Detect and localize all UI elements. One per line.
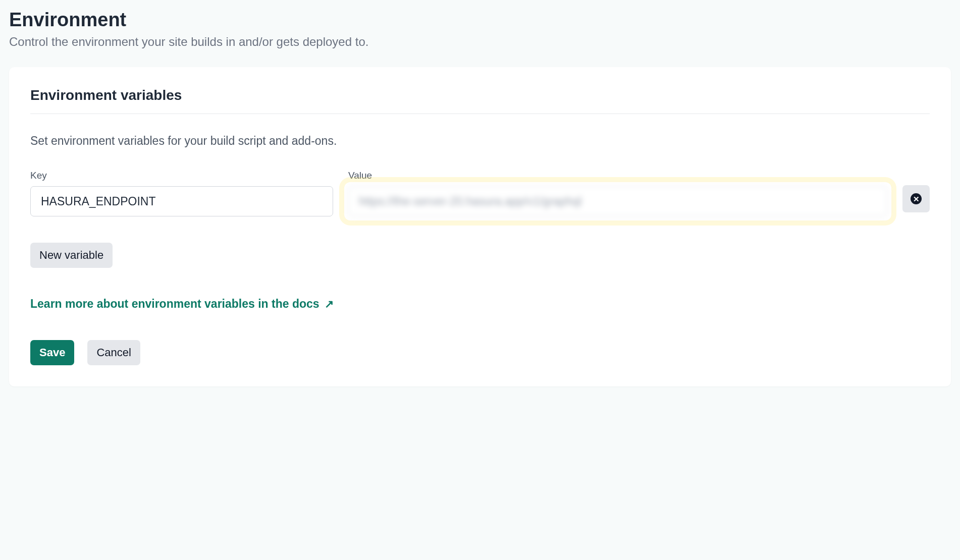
save-button[interactable]: Save (30, 340, 74, 365)
docs-link[interactable]: Learn more about environment variables i… (30, 297, 319, 311)
divider (30, 114, 930, 114)
card-description: Set environment variables for your build… (30, 134, 930, 148)
key-input[interactable] (30, 186, 333, 216)
new-variable-button[interactable]: New variable (30, 243, 113, 268)
card-title: Environment variables (30, 87, 930, 103)
close-icon: ✕ (911, 193, 922, 204)
page-title: Environment (9, 9, 951, 31)
delete-variable-button[interactable]: ✕ (902, 185, 930, 212)
value-input[interactable] (348, 186, 887, 216)
variable-row: Key Value ✕ (30, 170, 930, 216)
value-label: Value (348, 170, 887, 181)
cancel-button[interactable]: Cancel (87, 340, 140, 365)
environment-variables-card: Environment variables Set environment va… (9, 67, 951, 386)
external-link-icon: ↗ (325, 298, 334, 311)
page-subtitle: Control the environment your site builds… (9, 35, 951, 49)
key-label: Key (30, 170, 333, 181)
